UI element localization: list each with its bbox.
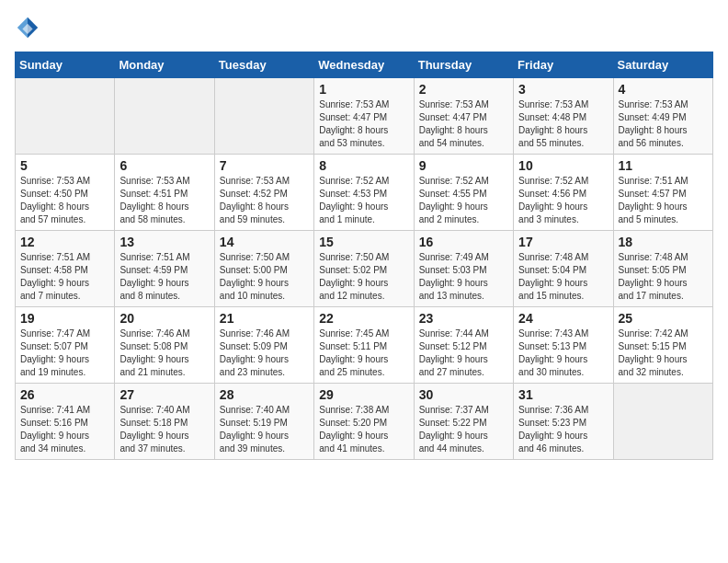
- day-number: 18: [619, 235, 708, 249]
- calendar-cell: 12Sunrise: 7:51 AM Sunset: 4:58 PM Dayli…: [16, 231, 115, 307]
- calendar-cell: 16Sunrise: 7:49 AM Sunset: 5:03 PM Dayli…: [414, 231, 513, 307]
- calendar-cell: 9Sunrise: 7:52 AM Sunset: 4:55 PM Daylig…: [414, 155, 513, 231]
- day-info: Sunrise: 7:53 AM Sunset: 4:49 PM Dayligh…: [619, 98, 708, 150]
- calendar-cell: 4Sunrise: 7:53 AM Sunset: 4:49 PM Daylig…: [613, 78, 712, 155]
- day-number: 23: [419, 311, 508, 326]
- day-info: Sunrise: 7:51 AM Sunset: 4:59 PM Dayligh…: [119, 251, 209, 303]
- logo: [15, 15, 44, 40]
- logo-icon: [15, 15, 40, 40]
- calendar-week-2: 5Sunrise: 7:53 AM Sunset: 4:50 PM Daylig…: [16, 155, 713, 231]
- day-number: 11: [619, 158, 708, 173]
- day-number: 3: [518, 82, 608, 97]
- calendar-cell: 1Sunrise: 7:53 AM Sunset: 4:47 PM Daylig…: [314, 78, 414, 155]
- calendar-cell: 27Sunrise: 7:40 AM Sunset: 5:18 PM Dayli…: [115, 384, 214, 460]
- calendar-cell: 13Sunrise: 7:51 AM Sunset: 4:59 PM Dayli…: [115, 231, 214, 307]
- day-number: 15: [319, 235, 408, 249]
- calendar-cell: 3Sunrise: 7:53 AM Sunset: 4:48 PM Daylig…: [514, 78, 613, 155]
- day-info: Sunrise: 7:52 AM Sunset: 4:53 PM Dayligh…: [319, 175, 408, 226]
- calendar-cell: [16, 78, 115, 155]
- day-info: Sunrise: 7:46 AM Sunset: 5:09 PM Dayligh…: [220, 327, 309, 379]
- day-number: 5: [20, 158, 109, 173]
- day-info: Sunrise: 7:53 AM Sunset: 4:47 PM Dayligh…: [319, 98, 408, 150]
- day-number: 9: [419, 158, 508, 173]
- day-info: Sunrise: 7:53 AM Sunset: 4:51 PM Dayligh…: [119, 175, 209, 226]
- day-info: Sunrise: 7:47 AM Sunset: 5:07 PM Dayligh…: [20, 327, 109, 379]
- day-info: Sunrise: 7:48 AM Sunset: 5:04 PM Dayligh…: [518, 251, 608, 303]
- day-number: 10: [518, 158, 608, 173]
- day-info: Sunrise: 7:42 AM Sunset: 5:15 PM Dayligh…: [619, 327, 708, 379]
- calendar-cell: 30Sunrise: 7:37 AM Sunset: 5:22 PM Dayli…: [414, 384, 513, 460]
- day-info: Sunrise: 7:53 AM Sunset: 4:48 PM Dayligh…: [518, 98, 608, 150]
- day-info: Sunrise: 7:49 AM Sunset: 5:03 PM Dayligh…: [419, 251, 508, 303]
- day-header-sunday: Sunday: [16, 52, 115, 78]
- day-number: 30: [419, 387, 508, 402]
- day-info: Sunrise: 7:51 AM Sunset: 4:58 PM Dayligh…: [20, 251, 109, 303]
- calendar-cell: 11Sunrise: 7:51 AM Sunset: 4:57 PM Dayli…: [613, 155, 712, 231]
- calendar-cell: 7Sunrise: 7:53 AM Sunset: 4:52 PM Daylig…: [214, 155, 313, 231]
- day-info: Sunrise: 7:53 AM Sunset: 4:47 PM Dayligh…: [419, 98, 508, 150]
- calendar-week-4: 19Sunrise: 7:47 AM Sunset: 5:07 PM Dayli…: [16, 307, 713, 384]
- day-number: 22: [319, 311, 408, 326]
- day-number: 27: [119, 387, 209, 402]
- day-header-saturday: Saturday: [613, 52, 712, 78]
- day-info: Sunrise: 7:36 AM Sunset: 5:23 PM Dayligh…: [518, 404, 608, 455]
- calendar-cell: 29Sunrise: 7:38 AM Sunset: 5:20 PM Dayli…: [314, 384, 414, 460]
- day-info: Sunrise: 7:51 AM Sunset: 4:57 PM Dayligh…: [619, 175, 708, 226]
- day-info: Sunrise: 7:50 AM Sunset: 5:02 PM Dayligh…: [319, 251, 408, 303]
- calendar-table: SundayMondayTuesdayWednesdayThursdayFrid…: [15, 52, 713, 460]
- calendar-cell: 15Sunrise: 7:50 AM Sunset: 5:02 PM Dayli…: [314, 231, 414, 307]
- calendar-cell: 31Sunrise: 7:36 AM Sunset: 5:23 PM Dayli…: [514, 384, 613, 460]
- calendar-cell: 8Sunrise: 7:52 AM Sunset: 4:53 PM Daylig…: [314, 155, 414, 231]
- calendar-cell: 20Sunrise: 7:46 AM Sunset: 5:08 PM Dayli…: [115, 307, 214, 384]
- day-info: Sunrise: 7:38 AM Sunset: 5:20 PM Dayligh…: [319, 404, 408, 455]
- day-header-monday: Monday: [115, 52, 214, 78]
- day-info: Sunrise: 7:40 AM Sunset: 5:19 PM Dayligh…: [220, 404, 309, 455]
- day-info: Sunrise: 7:50 AM Sunset: 5:00 PM Dayligh…: [220, 251, 309, 303]
- day-number: 1: [319, 82, 408, 97]
- day-number: 20: [119, 311, 209, 326]
- day-number: 26: [20, 387, 109, 402]
- day-header-friday: Friday: [514, 52, 613, 78]
- day-number: 12: [20, 235, 109, 249]
- calendar-cell: 19Sunrise: 7:47 AM Sunset: 5:07 PM Dayli…: [16, 307, 115, 384]
- day-number: 14: [220, 235, 309, 249]
- day-number: 16: [419, 235, 508, 249]
- day-info: Sunrise: 7:53 AM Sunset: 4:52 PM Dayligh…: [220, 175, 309, 226]
- calendar-week-1: 1Sunrise: 7:53 AM Sunset: 4:47 PM Daylig…: [16, 78, 713, 155]
- day-header-wednesday: Wednesday: [314, 52, 414, 78]
- day-number: 29: [319, 387, 408, 402]
- calendar-cell: 17Sunrise: 7:48 AM Sunset: 5:04 PM Dayli…: [514, 231, 613, 307]
- day-number: 31: [518, 387, 608, 402]
- day-info: Sunrise: 7:40 AM Sunset: 5:18 PM Dayligh…: [119, 404, 209, 455]
- calendar-cell: 24Sunrise: 7:43 AM Sunset: 5:13 PM Dayli…: [514, 307, 613, 384]
- day-info: Sunrise: 7:48 AM Sunset: 5:05 PM Dayligh…: [619, 251, 708, 303]
- calendar-header-row: SundayMondayTuesdayWednesdayThursdayFrid…: [16, 52, 713, 78]
- day-number: 6: [119, 158, 209, 173]
- day-header-tuesday: Tuesday: [214, 52, 313, 78]
- day-info: Sunrise: 7:41 AM Sunset: 5:16 PM Dayligh…: [20, 404, 109, 455]
- day-number: 8: [319, 158, 408, 173]
- day-number: 17: [518, 235, 608, 249]
- calendar-cell: 21Sunrise: 7:46 AM Sunset: 5:09 PM Dayli…: [214, 307, 313, 384]
- calendar-cell: 26Sunrise: 7:41 AM Sunset: 5:16 PM Dayli…: [16, 384, 115, 460]
- calendar-cell: 6Sunrise: 7:53 AM Sunset: 4:51 PM Daylig…: [115, 155, 214, 231]
- day-number: 2: [419, 82, 508, 97]
- calendar-cell: 18Sunrise: 7:48 AM Sunset: 5:05 PM Dayli…: [613, 231, 712, 307]
- day-info: Sunrise: 7:46 AM Sunset: 5:08 PM Dayligh…: [119, 327, 209, 379]
- calendar-cell: [115, 78, 214, 155]
- calendar-cell: 2Sunrise: 7:53 AM Sunset: 4:47 PM Daylig…: [414, 78, 513, 155]
- calendar-cell: 10Sunrise: 7:52 AM Sunset: 4:56 PM Dayli…: [514, 155, 613, 231]
- calendar-cell: [214, 78, 313, 155]
- page-header: [15, 15, 713, 40]
- calendar-cell: 28Sunrise: 7:40 AM Sunset: 5:19 PM Dayli…: [214, 384, 313, 460]
- day-number: 7: [220, 158, 309, 173]
- day-info: Sunrise: 7:53 AM Sunset: 4:50 PM Dayligh…: [20, 175, 109, 226]
- calendar-cell: 23Sunrise: 7:44 AM Sunset: 5:12 PM Dayli…: [414, 307, 513, 384]
- day-info: Sunrise: 7:52 AM Sunset: 4:56 PM Dayligh…: [518, 175, 608, 226]
- calendar-cell: 14Sunrise: 7:50 AM Sunset: 5:00 PM Dayli…: [214, 231, 313, 307]
- day-number: 21: [220, 311, 309, 326]
- day-number: 13: [119, 235, 209, 249]
- day-info: Sunrise: 7:45 AM Sunset: 5:11 PM Dayligh…: [319, 327, 408, 379]
- calendar-cell: 22Sunrise: 7:45 AM Sunset: 5:11 PM Dayli…: [314, 307, 414, 384]
- day-info: Sunrise: 7:43 AM Sunset: 5:13 PM Dayligh…: [518, 327, 608, 379]
